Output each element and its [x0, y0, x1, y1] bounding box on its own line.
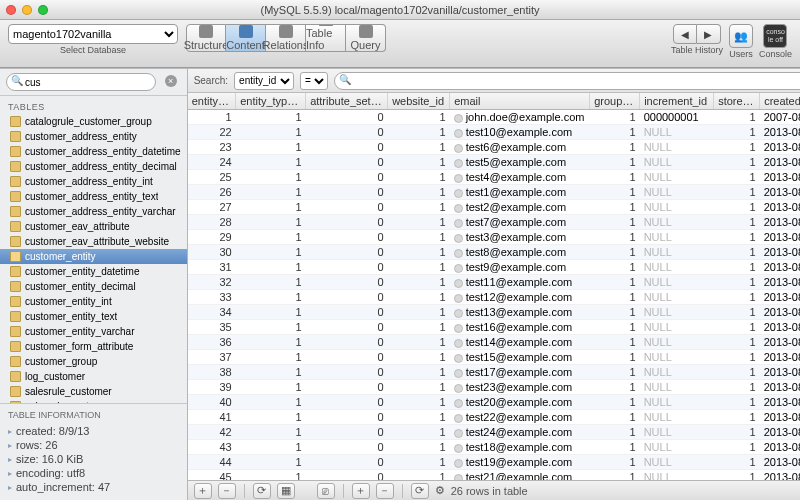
cell[interactable]: 1	[388, 200, 450, 215]
cell[interactable]: 2013-08-13 19:04:52	[760, 440, 800, 455]
cell[interactable]: 1	[590, 215, 640, 230]
cell[interactable]: 1	[590, 170, 640, 185]
cell[interactable]: 0	[306, 245, 388, 260]
cell[interactable]: 0	[306, 350, 388, 365]
cell[interactable]: 2013-08-13 19:04:44	[760, 185, 800, 200]
cell[interactable]: 1	[714, 470, 760, 481]
cell[interactable]: NULL	[640, 125, 714, 140]
table-actions-button[interactable]: ▦	[277, 483, 295, 499]
minimize-icon[interactable]	[22, 5, 32, 15]
cell[interactable]: 23	[188, 140, 236, 155]
cell[interactable]: 1	[714, 290, 760, 305]
cell[interactable]: 1	[388, 320, 450, 335]
cell[interactable]: 33	[188, 290, 236, 305]
cell[interactable]: 0	[306, 125, 388, 140]
cell[interactable]: 0	[306, 440, 388, 455]
clear-search-icon[interactable]: ×	[165, 75, 177, 87]
column-header[interactable]: entity_type_id	[236, 93, 306, 110]
cell[interactable]: 1	[236, 185, 306, 200]
cell[interactable]: 1	[388, 230, 450, 245]
cell[interactable]: 2007-08-30 23:23:13	[760, 110, 800, 125]
column-header[interactable]: store_id	[714, 93, 760, 110]
table-row[interactable]: 42101test24@example.com1NULL12013-08-13 …	[188, 425, 800, 440]
cell[interactable]: 1	[590, 440, 640, 455]
cell[interactable]: 1	[590, 140, 640, 155]
cell[interactable]: test23@example.com	[450, 380, 590, 395]
cell[interactable]: 1	[188, 110, 236, 125]
filter-comparator-select[interactable]: =	[300, 72, 328, 90]
sidebar-table-item[interactable]: catalogrule_customer_group	[0, 114, 187, 129]
history-back-button[interactable]: ◀	[673, 24, 697, 44]
cell[interactable]: 1	[590, 260, 640, 275]
cell[interactable]: 1	[714, 365, 760, 380]
sidebar-table-item[interactable]: customer_entity_decimal	[0, 279, 187, 294]
cell[interactable]: NULL	[640, 350, 714, 365]
cell[interactable]: 1	[714, 275, 760, 290]
sidebar-table-item[interactable]: customer_entity_varchar	[0, 324, 187, 339]
cell[interactable]: 1	[236, 440, 306, 455]
cell[interactable]: test6@example.com	[450, 140, 590, 155]
cell[interactable]: 35	[188, 320, 236, 335]
cell[interactable]: 31	[188, 260, 236, 275]
view-content-button[interactable]: Content	[226, 24, 266, 52]
cell[interactable]: 0	[306, 365, 388, 380]
cell[interactable]: 2013-08-13 19:04:50	[760, 350, 800, 365]
cell[interactable]: test18@example.com	[450, 440, 590, 455]
cell[interactable]: 1	[590, 395, 640, 410]
table-row[interactable]: 44101test19@example.com1NULL12013-08-13 …	[188, 455, 800, 470]
view-tableinfo-button[interactable]: Table Info	[306, 24, 346, 52]
cell[interactable]: test20@example.com	[450, 395, 590, 410]
cell[interactable]: 1	[236, 395, 306, 410]
cell[interactable]: test4@example.com	[450, 170, 590, 185]
cell[interactable]: 2013-08-13 19:04:49	[760, 305, 800, 320]
cell[interactable]: NULL	[640, 230, 714, 245]
cell[interactable]: 1	[236, 380, 306, 395]
cell[interactable]: 1	[236, 335, 306, 350]
cell[interactable]: NULL	[640, 305, 714, 320]
cell[interactable]: test13@example.com	[450, 305, 590, 320]
cell[interactable]: 1	[388, 170, 450, 185]
cell[interactable]: 1	[236, 215, 306, 230]
users-button[interactable]: 👥	[729, 24, 753, 48]
add-table-button[interactable]: ＋	[194, 483, 212, 499]
table-row[interactable]: 37101test15@example.com1NULL12013-08-13 …	[188, 350, 800, 365]
cell[interactable]: 1	[236, 170, 306, 185]
console-button[interactable]: console off	[763, 24, 787, 48]
table-row[interactable]: 32101test11@example.com1NULL12013-08-13 …	[188, 275, 800, 290]
table-row[interactable]: 31101test9@example.com1NULL12013-08-13 1…	[188, 260, 800, 275]
cell[interactable]: 2013-08-13 19:04:44	[760, 140, 800, 155]
cell[interactable]: NULL	[640, 155, 714, 170]
cell[interactable]: 1	[388, 275, 450, 290]
cell[interactable]: 2013-08-13 19:04:44	[760, 215, 800, 230]
sidebar-table-item[interactable]: customer_address_entity_int	[0, 174, 187, 189]
cell[interactable]: 1	[236, 305, 306, 320]
cell[interactable]: 1	[714, 455, 760, 470]
cell[interactable]: 1	[714, 245, 760, 260]
cell[interactable]: 1	[388, 380, 450, 395]
cell[interactable]: NULL	[640, 260, 714, 275]
cell[interactable]: test7@example.com	[450, 215, 590, 230]
cell[interactable]: 29	[188, 230, 236, 245]
cell[interactable]: 0	[306, 290, 388, 305]
pane-toggle-button[interactable]: ⎚	[317, 483, 335, 499]
cell[interactable]: 1	[714, 200, 760, 215]
cell[interactable]: 2013-08-13 19:04:45	[760, 245, 800, 260]
cell[interactable]: 1	[236, 245, 306, 260]
cell[interactable]: 1	[388, 140, 450, 155]
cell[interactable]: test12@example.com	[450, 290, 590, 305]
cell[interactable]: 2013-08-13 19:04:48	[760, 290, 800, 305]
cell[interactable]: test10@example.com	[450, 125, 590, 140]
sidebar-table-item[interactable]: customer_address_entity_datetime	[0, 144, 187, 159]
cell[interactable]: 1	[590, 380, 640, 395]
cell[interactable]: 1	[714, 155, 760, 170]
cell[interactable]: 0	[306, 185, 388, 200]
sidebar-table-item[interactable]: customer_entity_int	[0, 294, 187, 309]
cell[interactable]: 1	[714, 335, 760, 350]
cell[interactable]: 34	[188, 305, 236, 320]
cell[interactable]: 1	[236, 410, 306, 425]
sidebar-table-item[interactable]: customer_group	[0, 354, 187, 369]
cell[interactable]: 45	[188, 470, 236, 481]
cell[interactable]: 1	[590, 185, 640, 200]
cell[interactable]: 39	[188, 380, 236, 395]
cell[interactable]: 1	[388, 410, 450, 425]
